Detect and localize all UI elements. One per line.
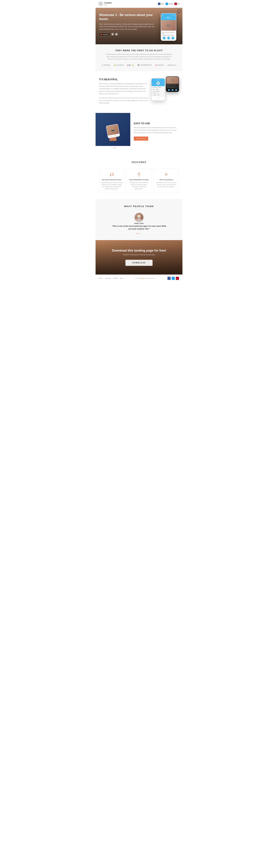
easy-carousel-dots [96, 146, 130, 150]
phone-btn-1[interactable]: ◁ [163, 37, 165, 39]
download-button[interactable]: DOWNLOAD [125, 260, 153, 266]
testimonial-quote: "This is one of the most awesome apps I'… [111, 225, 167, 230]
features-title: FEATURES [99, 161, 179, 163]
phone-btn-2[interactable]: ▷ [167, 37, 170, 39]
hand-phone-device: 📸 ● Share ♡ Like ▶ Tweet [106, 124, 120, 138]
testimonial-avatar [135, 213, 143, 221]
white-phone-screen: Play IT 👤 [152, 79, 165, 86]
brand-name: Creative [104, 2, 112, 4]
pinterest-icon: p [175, 3, 177, 5]
get-demo-button[interactable]: Get Free Demo [134, 136, 148, 141]
feature-card-bell: Smart Notifications on hands Automatic t… [126, 169, 152, 193]
black-phone-screen: 🎵 [166, 77, 179, 84]
brands-description: Build customer confidence by listing you… [106, 53, 172, 60]
footer-nav-blog[interactable]: Blog [120, 277, 123, 279]
testimonial-name: Drake, Artist [99, 222, 179, 224]
brand-airbnb: ◇ airbnb [155, 64, 164, 66]
social-twitter[interactable]: t Tweet [165, 3, 173, 5]
svg-point-1 [99, 4, 102, 6]
footer-nav-home[interactable]: Home [99, 277, 103, 279]
carousel-dot-3[interactable] [114, 147, 115, 148]
airbnb-icon: ◇ [155, 64, 157, 66]
white-phone-avatar: 👤 [157, 82, 160, 85]
black-phone-image: 🎵 [166, 77, 179, 84]
feature-3-desc: Take payments and run your business on t… [156, 182, 177, 188]
windows-button[interactable] [115, 33, 118, 36]
brands-section: THEY WERE THE FIRST TO GO PLAYIT Build c… [96, 44, 182, 71]
feature-1-desc: All appointments sync with your Google c… [101, 182, 122, 190]
appstore-button[interactable]: 🍎 Appstore [99, 33, 110, 36]
settings-gear[interactable]: ⚙ [177, 9, 181, 13]
footer-social: f t p [167, 277, 179, 280]
twitter-icon: t [165, 3, 168, 5]
svg-point-2 [112, 34, 113, 34]
features-divider [136, 165, 142, 165]
testimonials-title: WHAT PEOPLE THINK [99, 205, 179, 208]
svg-rect-4 [112, 34, 113, 35]
svg-point-14 [137, 215, 141, 218]
black-btn-3[interactable]: ♡ [175, 89, 177, 91]
phone-info-text: BE 1 THIS HALL, APR 19, 2015 1 FRIDAY, A… [162, 32, 175, 36]
beautiful-text: IT'S BEAUTIFUL We are 'Play It', a start… [99, 78, 148, 106]
easy-title: EASY TO USE [134, 122, 179, 125]
zendesk-icon: z [114, 64, 115, 66]
easy-left-image: 📸 ● Share ♡ Like ▶ Tweet [96, 113, 130, 150]
hand-holding-phone: 📸 ● Share ♡ Like ▶ Tweet [96, 113, 130, 146]
beautiful-phones: Play IT 👤 ♫ Hunter Main — Repeat ♫ Kille… [151, 76, 179, 108]
phone-status-bar: 9:41▲▲▲ ■ [162, 14, 175, 16]
black-phone-mockup: 🎵 BE AT THIS HALL, APR 19, 2015FRIDAY, A… [166, 76, 179, 92]
footer-pinterest-icon[interactable]: p [176, 277, 179, 280]
footer-twitter-icon[interactable]: t [172, 277, 175, 280]
carousel-dot-2[interactable] [113, 147, 114, 148]
testimonial-dot-3[interactable] [141, 233, 141, 234]
facebook-icon: f [158, 3, 160, 5]
feature-card-play: PlalT on any devices Take payments and r… [154, 169, 179, 193]
list-item: ♫ The Deep — Ocean [152, 94, 164, 96]
svg-rect-5 [112, 35, 113, 35]
brand-zendesk: z zendesk [114, 64, 124, 66]
brand-sub: Tim [104, 4, 112, 6]
brand-logo[interactable]: Creative Tim [98, 1, 112, 6]
phone-btn-3[interactable]: ♡ [172, 37, 174, 39]
testimonial-dots [99, 233, 179, 234]
brand-evernote: 🐘 EVERNOTE [137, 64, 152, 66]
hero-title: Showcase 1 - Be serious about your music… [99, 13, 156, 21]
testimonial-dot-2[interactable] [138, 233, 140, 234]
list-item: ♫ Hunter Main — Repeat [152, 87, 164, 89]
carousel-dot-1[interactable] [111, 147, 112, 148]
footer-facebook-icon[interactable]: f [167, 277, 171, 280]
black-phone-actions: ◁ ▷ ♡ [166, 88, 179, 92]
download-content: Download this landing page for free! Bea… [99, 249, 179, 266]
testimonial-dot-1[interactable] [137, 233, 138, 234]
footer-nav-portfolio[interactable]: Portfolio [113, 277, 118, 279]
list-item: ♫ Run Boy — Fast [152, 92, 164, 94]
footer-nav-company[interactable]: Company [105, 277, 111, 279]
black-btn-2[interactable]: ▷ [172, 89, 174, 91]
feature-card-music: Be serious about your music All appointm… [99, 169, 124, 193]
beautiful-desc-2: We make the objects that bring music clo… [99, 97, 148, 104]
navbar-social: f Like t Tweet p Pin [158, 3, 180, 5]
phone-device: 9:41▲▲▲ ■ Play IT 🎶 BE 1 THIS HALL, APR … [161, 13, 176, 41]
download-subtitle: Beautiful multipurpose bootstrap landing… [99, 254, 179, 255]
phone-app-name: Play IT [162, 16, 175, 19]
footer-brand-link[interactable]: Creative Tim [140, 278, 146, 279]
feature-2-title: Smart Notifications on hands [128, 179, 150, 181]
evernote-icon: 🐘 [137, 64, 140, 66]
black-btn-1[interactable]: ◁ [168, 89, 170, 91]
feature-3-title: PlalT on any devices [156, 179, 177, 181]
phone-hero-image: 🎶 [161, 20, 176, 31]
navbar: Creative Tim f Like t Tweet p Pin [96, 0, 182, 8]
white-phone-list: ♫ Hunter Main — Repeat ♫ Killer — Beatbo… [152, 86, 165, 97]
list-item: ♫ Killer — Beatbox [152, 89, 164, 91]
apple-icon: 🍎 [101, 34, 102, 35]
brands-title: THEY WERE THE FIRST TO GO PLAYIT [99, 49, 179, 52]
footer: Home Company Portfolio Blog © 2015 Creat… [96, 275, 182, 282]
social-pinterest[interactable]: p Pin [175, 3, 180, 5]
android-button[interactable] [111, 33, 114, 36]
play-icon [156, 172, 177, 177]
brands-logos-container: A Adobe z zendesk e b a y 🐘 EVERNOTE ◇ a… [99, 64, 179, 66]
music-icon [101, 172, 122, 177]
footer-copyright: © 2015 Creative Tim, made with love [124, 278, 166, 279]
social-facebook[interactable]: f Like [158, 3, 164, 5]
beautiful-section: IT'S BEAUTIFUL We are 'Play It', a start… [96, 71, 182, 113]
